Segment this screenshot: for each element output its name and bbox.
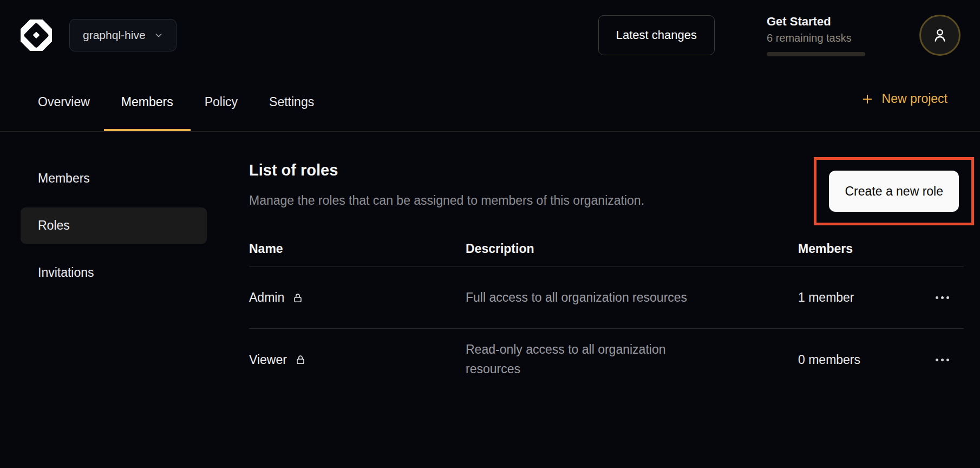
- members-sidebar: Members Roles Invitations: [0, 132, 227, 391]
- roles-table-header: Name Description Members: [249, 231, 964, 267]
- org-tab-bar: Overview Members Policy Settings New pro…: [0, 70, 980, 132]
- org-selector-label: graphql-hive: [83, 29, 146, 42]
- get-started-title: Get Started: [767, 15, 866, 29]
- tab-overview[interactable]: Overview: [38, 95, 90, 131]
- table-row-admin: Admin Full access to all organization re…: [249, 267, 964, 329]
- row-menu-ellipsis-icon[interactable]: [920, 291, 964, 304]
- new-project-button[interactable]: New project: [861, 92, 948, 131]
- role-member-count: 1 member: [798, 290, 920, 305]
- get-started-remaining-tasks: 6 remaining tasks: [767, 32, 866, 44]
- create-new-role-button[interactable]: Create a new role: [829, 171, 959, 212]
- row-menu-ellipsis-icon[interactable]: [920, 353, 964, 367]
- org-selector[interactable]: graphql-hive: [69, 19, 177, 51]
- plus-icon: [861, 93, 873, 105]
- role-member-count: 0 members: [798, 353, 920, 367]
- user-avatar[interactable]: [919, 15, 961, 56]
- get-started-progress-bar: [767, 52, 865, 56]
- sidebar-item-roles[interactable]: Roles: [21, 207, 207, 244]
- role-description: Full access to all organization resource…: [466, 288, 700, 308]
- role-name: Viewer: [249, 353, 287, 367]
- user-icon: [931, 26, 949, 44]
- column-header-name: Name: [249, 242, 466, 256]
- tab-settings[interactable]: Settings: [269, 95, 314, 131]
- annotation-highlight-box: Create a new role: [814, 157, 974, 225]
- app-header: graphql-hive Latest changes Get Started …: [0, 0, 980, 70]
- sidebar-item-invitations[interactable]: Invitations: [21, 255, 207, 291]
- role-description: Read-only access to all organization res…: [466, 340, 700, 379]
- tab-policy[interactable]: Policy: [205, 95, 238, 131]
- table-row-viewer: Viewer Read-only access to all organizat…: [249, 329, 964, 391]
- latest-changes-button[interactable]: Latest changes: [598, 15, 715, 55]
- get-started-widget[interactable]: Get Started 6 remaining tasks: [767, 15, 866, 56]
- lock-icon: [292, 292, 304, 304]
- column-header-description: Description: [466, 242, 798, 256]
- roles-table: Name Description Members Admin Full acce…: [249, 231, 964, 391]
- column-header-members: Members: [798, 242, 920, 256]
- hive-logo-icon[interactable]: [21, 20, 52, 51]
- tab-members[interactable]: Members: [121, 95, 173, 131]
- chevron-down-icon: [154, 31, 163, 40]
- role-name: Admin: [249, 290, 284, 305]
- roles-panel: List of roles Manage the roles that can …: [227, 132, 980, 391]
- sidebar-item-members[interactable]: Members: [21, 160, 207, 197]
- new-project-label: New project: [882, 92, 948, 106]
- lock-icon: [295, 354, 306, 366]
